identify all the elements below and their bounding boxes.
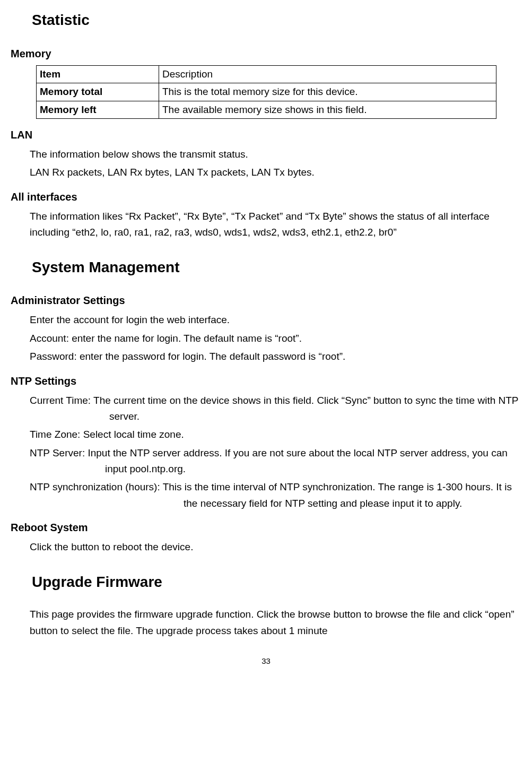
- ntp-current-time: Current Time: The current time on the de…: [30, 393, 521, 425]
- lan-text-1: The information below shows the transmit…: [30, 146, 521, 162]
- subheading-lan: LAN: [11, 126, 521, 143]
- subheading-memory: Memory: [11, 45, 521, 62]
- table-row: Memory total This is the total memory si…: [37, 83, 496, 101]
- ntp-server: NTP Server: Input the NTP server address…: [30, 445, 521, 478]
- ntp-sync: NTP synchronization (hours): This is the…: [30, 479, 521, 512]
- all-interfaces-text: The information likes “Rx Packet”, “Rx B…: [30, 209, 521, 241]
- admin-text-1: Enter the account for login the web inte…: [30, 312, 521, 328]
- table-header-desc: Description: [159, 65, 496, 83]
- table-cell-item: Memory left: [37, 101, 159, 118]
- ntp-time-zone: Time Zone: Select local time zone.: [30, 427, 521, 443]
- subheading-ntp-settings: NTP Settings: [11, 372, 521, 389]
- table-header-row: Item Description: [37, 65, 496, 83]
- table-row: Memory left The available memory size sh…: [37, 101, 496, 118]
- subheading-admin-settings: Administrator Settings: [11, 292, 521, 309]
- heading-statistic: Statistic: [32, 8, 521, 32]
- table-header-item: Item: [37, 65, 159, 83]
- admin-text-3: Password: enter the password for login. …: [30, 349, 521, 365]
- memory-table: Item Description Memory total This is th…: [36, 65, 496, 119]
- table-cell-desc: This is the total memory size for this d…: [159, 83, 496, 101]
- upgrade-firmware-text: This page provides the firmware upgrade …: [30, 607, 521, 639]
- admin-text-2: Account: enter the name for login. The d…: [30, 331, 521, 346]
- table-cell-desc: The available memory size shows in this …: [159, 101, 496, 118]
- reboot-text: Click the button to reboot the device.: [30, 539, 521, 555]
- subheading-reboot-system: Reboot System: [11, 519, 521, 536]
- subheading-all-interfaces: All interfaces: [11, 188, 521, 205]
- heading-system-management: System Management: [32, 256, 521, 280]
- heading-upgrade-firmware: Upgrade Firmware: [32, 570, 521, 594]
- page-number: 33: [11, 655, 521, 668]
- table-cell-item: Memory total: [37, 83, 159, 101]
- lan-text-2: LAN Rx packets, LAN Rx bytes, LAN Tx pac…: [30, 164, 521, 180]
